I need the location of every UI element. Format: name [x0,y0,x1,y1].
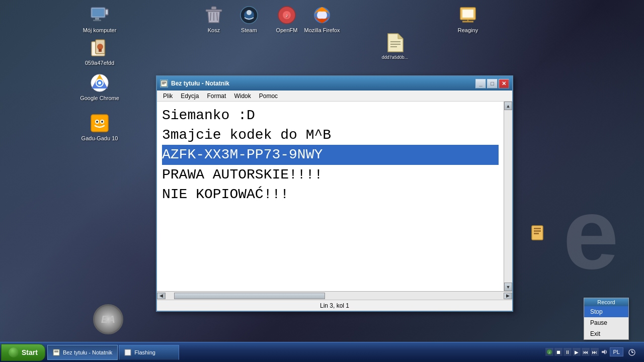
systray-icon-pause: ⏸ [564,348,572,356]
desktop-icon-reaginy[interactable]: Reaginy [448,5,488,34]
svg-rect-2 [95,18,99,20]
window-controls: _ □ ✕ [475,79,509,88]
059a47-label: 059a47efdd [85,60,114,66]
cursor-position: Lin 3, kol 1 [320,302,349,309]
desktop-icon-steam[interactable]: Steam [229,5,269,34]
record-stop[interactable]: Stop [584,306,628,317]
system-clock [625,347,640,357]
scroll-thumb-h[interactable] [174,293,325,299]
svg-line-8 [210,13,211,21]
text-line-6: NIE KOPIOWAĆ!!! [162,185,499,204]
systray-icons: ♪ ⏹ ⏸ ▶ ⏮ ⏭ [545,348,599,356]
svg-rect-41 [534,230,541,232]
svg-rect-5 [106,10,108,14]
volume-control [601,348,608,355]
059a47-icon [90,38,110,58]
notepad-text[interactable]: Siemanko :D 3majcie kodek do M^B AZFK-XX… [157,102,504,291]
systray-icon-stop: ⏮ [582,348,590,356]
kosz-label: Kosz [208,27,220,34]
taskbar: Start Bez tytułu - Notatnik Flashing [0,342,644,362]
minimize-button[interactable]: _ [475,79,486,88]
desktop: e EA Mój komputer [0,0,644,362]
svg-rect-34 [91,115,108,132]
openfm-icon: ♪ [277,5,297,25]
systray-icon-skip: ⏭ [591,348,599,356]
svg-rect-43 [161,80,167,86]
svg-rect-40 [534,228,541,229]
firefox-label: Mozilla Firefox [304,27,340,34]
taskbar-item-notepad[interactable]: Bez tytułu - Notatnik [47,345,118,360]
desktop-icon-file[interactable]: ddd7a5d0b... [375,33,415,60]
start-label: Start [22,348,38,356]
status-bar: Lin 3, kol 1 [157,300,512,311]
notepad-content-area: Siemanko :D 3majcie kodek do M^B AZFK-XX… [157,102,512,291]
taskbar-items: Bez tytułu - Notatnik Flashing [47,345,541,360]
svg-point-37 [96,121,98,123]
firefox-icon [312,5,332,25]
desktop-icon-firefox[interactable]: Mozilla Firefox [302,5,342,34]
kosz-icon [204,5,224,25]
desktop-icon-openfm[interactable]: ♪ OpenFM [267,5,307,34]
svg-rect-6 [206,10,222,12]
chrome-icon [90,73,110,93]
desktop-icon-059a47[interactable]: 059a47efdd [79,38,120,66]
text-line-3: AZFK-XX3M-PP73-9NWY [162,145,499,164]
maximize-button[interactable]: □ [487,79,498,88]
my-computer-icon [90,5,110,25]
taskbar-item-flashing[interactable]: Flashing [119,345,179,360]
svg-text:♪: ♪ [286,13,288,18]
svg-point-13 [247,10,252,15]
desktop-icon-kosz[interactable]: Kosz [194,5,234,34]
menu-format[interactable]: Format [203,92,230,101]
language-indicator: PL [610,347,623,356]
scrollbar-horizontal[interactable]: ◀ ▶ [157,291,512,300]
notepad-app-icon [160,79,168,87]
svg-rect-42 [534,233,539,234]
my-computer-label: Mój komputer [83,27,117,34]
record-panel: Record Stop Pause Exit [584,298,629,340]
text-line-5: PRAWA AUTORSKIE!!!! [162,165,499,185]
menu-plik[interactable]: Plik [159,92,177,101]
gadu-icon [90,113,110,133]
svg-rect-47 [53,349,59,355]
svg-rect-20 [462,10,473,18]
svg-text:♪: ♪ [548,350,550,354]
svg-rect-7 [211,7,216,10]
systray-icon-play: ▶ [573,348,581,356]
scrollbar-vertical[interactable]: ▲ ▼ [504,102,512,291]
menu-edycja[interactable]: Edycja [177,92,203,101]
reaginy-icon [458,5,478,25]
notepad-window: Bez tytułu - Notatnik _ □ ✕ Plik Edycja … [156,75,513,312]
window-titlebar[interactable]: Bez tytułu - Notatnik _ □ ✕ [157,76,512,90]
start-orb [9,347,19,357]
record-header: Record [584,298,628,306]
openfm-label: OpenFM [276,27,298,34]
svg-rect-1 [92,9,104,17]
text-line-1: Siemanko :D [162,106,499,125]
file-icon [385,33,405,53]
desktop-icon-gadu[interactable]: Gadu-Gadu 10 [79,113,120,142]
start-button[interactable]: Start [1,344,45,361]
desktop-icon-chrome[interactable]: Google Chrome [79,73,120,102]
svg-point-38 [101,121,103,123]
menu-widok[interactable]: Widok [230,92,255,101]
close-button[interactable]: ✕ [499,79,509,88]
taskbar-flashing-label: Flashing [134,349,155,355]
record-exit[interactable]: Exit [584,328,628,339]
window-title: Bez tytułu - Notatnik [171,80,475,87]
svg-rect-50 [125,349,131,355]
gadu-label: Gadu-Gadu 10 [82,135,118,142]
taskbar-right-icon [531,224,546,243]
svg-line-10 [217,13,217,21]
text-line-2: 3majcie kodek do M^B [162,125,499,145]
record-pause[interactable]: Pause [584,317,628,328]
chrome-label: Google Chrome [80,95,119,102]
taskbar-notepad-label: Bez tytułu - Notatnik [63,349,112,355]
systray-icon-2: ⏹ [554,348,562,356]
menu-pomoc[interactable]: Pomoc [255,92,282,101]
ea-logo: EA [93,304,123,334]
steam-icon [239,5,259,25]
desktop-icon-my-computer[interactable]: Mój komputer [79,5,120,34]
svg-point-33 [98,81,101,84]
reaginy-label: Reaginy [458,27,478,34]
